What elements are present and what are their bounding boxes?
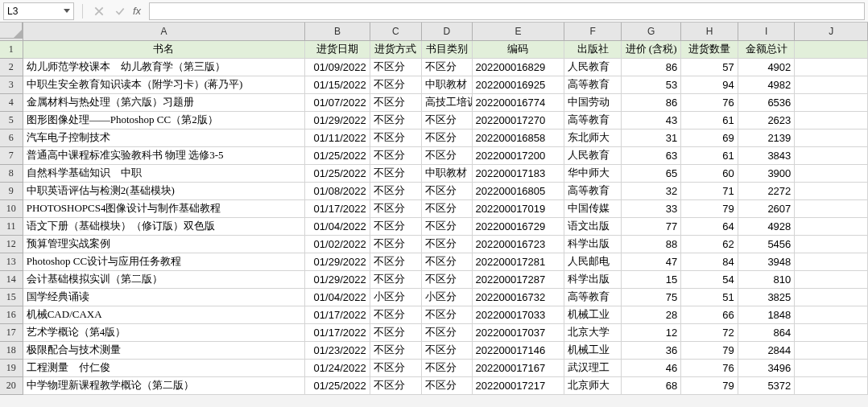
name-box[interactable]: L3 — [3, 2, 74, 20]
cell[interactable]: 图形图像处理——Photoshop CC（第2版） — [23, 111, 304, 129]
cell[interactable]: 中职生安全教育知识读本（附学习卡）(蒋乃平) — [23, 76, 304, 93]
row-header[interactable]: 8 — [0, 164, 23, 182]
cell[interactable] — [795, 306, 868, 323]
cell[interactable]: 不区分 — [370, 111, 421, 129]
spreadsheet-grid[interactable]: A B C D E F G H I J 1书名进货日期进货方式书目类别编码出版社… — [0, 23, 868, 395]
cell[interactable]: 1848 — [738, 306, 794, 323]
cell[interactable]: 01/17/2022 — [305, 306, 370, 323]
cell[interactable]: 2139 — [738, 129, 794, 146]
cell[interactable]: 57 — [681, 58, 738, 76]
cell[interactable]: 202200016925 — [472, 76, 564, 93]
row-header[interactable]: 5 — [0, 111, 23, 129]
enter-icon[interactable] — [112, 3, 128, 19]
cell[interactable]: 不区分 — [422, 306, 472, 323]
cell[interactable]: 工程测量 付仁俊 — [23, 359, 304, 376]
cell[interactable]: 高技工培训 — [422, 93, 472, 111]
cell[interactable] — [795, 235, 868, 253]
cell[interactable]: 不区分 — [370, 217, 421, 235]
cell[interactable]: 61 — [681, 111, 738, 129]
cell[interactable] — [795, 182, 868, 199]
chevron-down-icon[interactable] — [64, 9, 70, 13]
cell[interactable]: 会计基础模拟实训（第二版） — [23, 270, 304, 288]
cell[interactable]: 28 — [621, 306, 681, 323]
formula-bar[interactable] — [149, 2, 865, 20]
col-header[interactable]: J — [795, 23, 868, 40]
cell[interactable]: 65 — [621, 164, 681, 182]
cell[interactable]: 202200017033 — [472, 306, 564, 323]
cell[interactable]: 202200017287 — [472, 270, 564, 288]
cell[interactable]: 机械工业 — [564, 306, 621, 323]
row-header[interactable]: 13 — [0, 253, 23, 270]
row-header[interactable]: 17 — [0, 323, 23, 341]
cell[interactable]: 进货日期 — [305, 40, 370, 58]
cell[interactable]: 不区分 — [370, 306, 421, 323]
cell[interactable]: 不区分 — [422, 376, 472, 394]
col-header[interactable]: F — [564, 23, 621, 40]
cell[interactable]: 中国传媒 — [564, 199, 621, 217]
cell[interactable]: 202200016805 — [472, 182, 564, 199]
cell[interactable]: 864 — [738, 323, 794, 341]
cell[interactable]: 2607 — [738, 199, 794, 217]
cell[interactable]: 进货数量 — [681, 40, 738, 58]
cell[interactable]: 68 — [621, 376, 681, 394]
cell[interactable]: 国学经典诵读 — [23, 288, 304, 306]
cell[interactable]: 不区分 — [370, 146, 421, 164]
cell[interactable] — [795, 40, 868, 58]
cell[interactable]: 人民教育 — [564, 58, 621, 76]
cell[interactable]: 高等教育 — [564, 182, 621, 199]
cell[interactable]: 小区分 — [422, 288, 472, 306]
col-header[interactable]: D — [422, 23, 472, 40]
cell[interactable]: 中职教材 — [422, 76, 472, 93]
cell[interactable]: 54 — [681, 270, 738, 288]
cell[interactable]: 中学物理新课程教学概论（第二版） — [23, 376, 304, 394]
cell[interactable]: 不区分 — [370, 359, 421, 376]
cell[interactable] — [795, 341, 868, 359]
cell[interactable]: 01/17/2022 — [305, 323, 370, 341]
cell[interactable]: 01/11/2022 — [305, 129, 370, 146]
cell[interactable]: 202200017270 — [472, 111, 564, 129]
cell[interactable]: 不区分 — [370, 93, 421, 111]
cell[interactable]: 北京大学 — [564, 323, 621, 341]
cell[interactable]: Photoshop CC设计与应用任务教程 — [23, 253, 304, 270]
cell[interactable]: 不区分 — [422, 182, 472, 199]
cell[interactable]: 94 — [681, 76, 738, 93]
cell[interactable]: 不区分 — [422, 270, 472, 288]
cell[interactable] — [795, 58, 868, 76]
row-header[interactable]: 1 — [0, 40, 23, 58]
cell[interactable]: 202200016723 — [472, 235, 564, 253]
cell[interactable]: 不区分 — [422, 341, 472, 359]
cell[interactable]: 6536 — [738, 93, 794, 111]
cell[interactable]: 79 — [681, 341, 738, 359]
cell[interactable]: 中国劳动 — [564, 93, 621, 111]
cell[interactable]: 金额总计 — [738, 40, 794, 58]
cell[interactable]: 01/29/2022 — [305, 253, 370, 270]
cell[interactable]: 01/23/2022 — [305, 341, 370, 359]
cell[interactable] — [795, 359, 868, 376]
cell[interactable]: 79 — [681, 376, 738, 394]
cell[interactable]: 不区分 — [370, 182, 421, 199]
col-header[interactable]: C — [370, 23, 421, 40]
cell[interactable]: 编码 — [472, 40, 564, 58]
cell[interactable]: 不区分 — [370, 253, 421, 270]
row-header[interactable]: 18 — [0, 341, 23, 359]
col-header[interactable]: B — [305, 23, 370, 40]
cell[interactable]: 预算管理实战案例 — [23, 235, 304, 253]
row-header[interactable]: 20 — [0, 376, 23, 394]
cell[interactable]: 华中师大 — [564, 164, 621, 182]
cell[interactable]: 202200017146 — [472, 341, 564, 359]
row-header[interactable]: 4 — [0, 93, 23, 111]
cell[interactable]: 84 — [681, 253, 738, 270]
cell[interactable]: 5456 — [738, 235, 794, 253]
cell[interactable]: 53 — [621, 76, 681, 93]
cell[interactable]: 01/25/2022 — [305, 146, 370, 164]
cell[interactable]: 书名 — [23, 40, 304, 58]
cell[interactable] — [795, 146, 868, 164]
cell[interactable]: 01/25/2022 — [305, 376, 370, 394]
cell[interactable]: 自然科学基础知识 中职 — [23, 164, 304, 182]
cell[interactable]: 202200017281 — [472, 253, 564, 270]
cell[interactable] — [795, 164, 868, 182]
cell[interactable]: 书目类别 — [422, 40, 472, 58]
cell[interactable]: 62 — [681, 235, 738, 253]
cell[interactable]: 不区分 — [422, 129, 472, 146]
cell[interactable]: 76 — [681, 93, 738, 111]
